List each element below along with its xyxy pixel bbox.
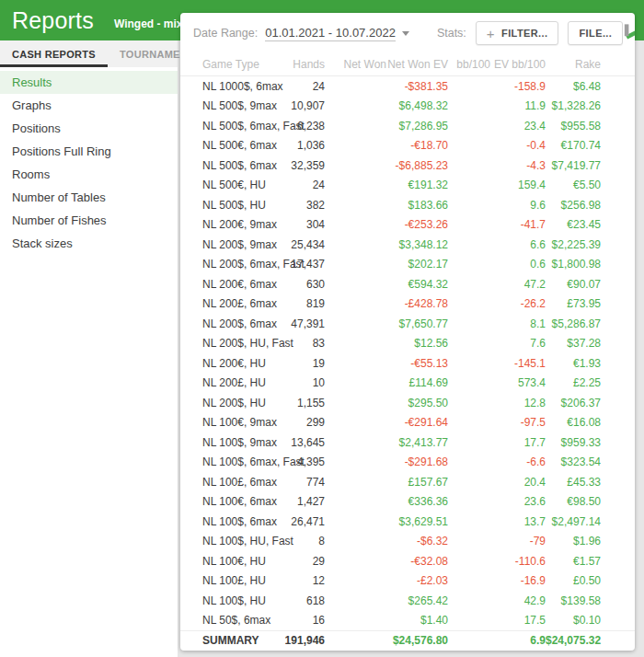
cell-hands: 6,238	[280, 120, 325, 133]
table-row[interactable]: NL 100$, HU 618 $265.42 42.9 $139.58	[180, 591, 635, 611]
cell-rake: £45.33	[546, 476, 601, 489]
cell-game-type: NL 500$, 6max	[180, 159, 280, 172]
table-row[interactable]: NL 100€, 9max 299 -€291.64 -97.5 €16.08	[180, 413, 635, 433]
column-header-hands[interactable]: Hands	[280, 58, 325, 71]
table-row[interactable]: NL 500$, 9max 10,907 $6,498.32 11.9 $1,3…	[180, 97, 635, 117]
tab-cash-reports[interactable]: CASH REPORTS	[0, 40, 108, 67]
sidebar-item[interactable]: Results	[0, 71, 178, 94]
cell-rake: $7,419.77	[546, 159, 601, 172]
table-row[interactable]: NL 100€, 6max 1,427 €336.36 23.6 €98.50	[180, 492, 635, 513]
column-header-net-won[interactable]: Net Won	[325, 58, 386, 71]
sidebar-item[interactable]: Graphs	[0, 94, 178, 117]
table-row[interactable]: NL 100£, 6max 774 £157.67 20.4 £45.33	[180, 472, 635, 492]
sidebar-item[interactable]: Positions Full Ring	[0, 140, 178, 163]
cell-hands: 12	[280, 574, 325, 587]
table-row[interactable]: NL 200$, 6max, Fast 17,437 $202.17 0.6 $…	[180, 255, 635, 275]
cell-net-won-ev: $7,650.77	[386, 317, 448, 330]
cell-ev-bb100: 12.8	[490, 397, 546, 409]
sidebar-item[interactable]: Positions	[0, 117, 178, 140]
column-header-game-type[interactable]: Game Type	[180, 58, 280, 71]
column-header-ev-bb100[interactable]: EV bb/100	[490, 58, 546, 71]
table-row[interactable]: NL 100£, HU 12 -£2.03 -16.9 £0.50	[180, 571, 635, 592]
cell-net-won-ev: $183.66	[386, 199, 448, 212]
table-header: Game Type Hands Net Won Net Won EV bb/10…	[180, 53, 635, 76]
cell-rake: €23.45	[546, 218, 601, 231]
table-row[interactable]: NL 200$, HU, Fast 83 $12.56 7.6 $37.28	[180, 334, 635, 354]
cell-game-type: NL 100$, 9max	[180, 436, 280, 449]
column-header-bb100[interactable]: bb/100	[448, 58, 490, 71]
cell-hands: 1,155	[280, 397, 325, 409]
table-row[interactable]: NL 200£, HU 10 £114.69 573.4 £2.25	[180, 374, 635, 394]
cell-rake: €5.50	[546, 179, 601, 191]
cell-game-type: NL 200€, 6max	[180, 278, 280, 291]
table-row[interactable]: NL 100$, 9max 13,645 $2,413.77 17.7 $959…	[180, 432, 635, 453]
summary-net-won-ev: $24,576.80	[386, 634, 448, 647]
table-row[interactable]: NL 500$, 6max, Fast 6,238 $7,286.95 23.4…	[180, 116, 635, 136]
cell-net-won-ev: -€291.64	[386, 416, 448, 429]
cell-rake: $5,286.87	[546, 317, 601, 330]
cell-game-type: NL 200$, HU, Fast	[180, 337, 280, 350]
table-row[interactable]: NL 1000$, 6max 24 -$381.35 -158.9 $6.48	[180, 76, 635, 97]
column-header-rake[interactable]: Rake	[546, 58, 601, 71]
cell-ev-bb100: -145.1	[490, 357, 546, 370]
cell-rake: $6.48	[546, 80, 601, 93]
cell-net-won-ev: -$6,885.23	[386, 159, 448, 172]
cell-ev-bb100: 20.4	[490, 476, 546, 489]
table-row[interactable]: NL 100$, HU, Fast 8 -$6.32 -79 $1.96	[180, 532, 635, 552]
cell-hands: 304	[280, 218, 325, 231]
table-row[interactable]: NL 200€, 6max 630 €594.32 47.2 €90.07	[180, 274, 635, 294]
cell-hands: 32,359	[280, 159, 325, 172]
cell-hands: 4,395	[280, 455, 325, 468]
stats-label: Stats:	[437, 27, 466, 40]
sidebar-item[interactable]: Stack sizes	[0, 232, 178, 255]
cell-game-type: NL 100$, HU	[180, 594, 280, 607]
table-row[interactable]: NL 200$, HU 1,155 $295.50 12.8 $206.37	[180, 393, 635, 413]
sidebar-item[interactable]: Number of Fishes	[0, 209, 178, 232]
table-row[interactable]: NL 500€, 6max 1,036 -€18.70 -0.4 €170.74	[180, 136, 635, 156]
sidebar-item[interactable]: Rooms	[0, 163, 178, 186]
cell-hands: 10,907	[280, 99, 325, 112]
cell-hands: 10	[280, 376, 325, 389]
cell-ev-bb100: 6.6	[490, 238, 546, 251]
cell-ev-bb100: 9.6	[490, 199, 546, 212]
cell-game-type: NL 100$, HU, Fast	[180, 535, 280, 548]
sidebar-item[interactable]: Number of Tables	[0, 186, 178, 209]
cell-ev-bb100: 13.7	[490, 515, 546, 528]
cell-ev-bb100: 17.5	[490, 614, 546, 627]
cell-hands: 83	[280, 337, 325, 350]
cell-rake: $1,800.98	[546, 258, 601, 271]
table-row[interactable]: NL 50$, 6max 16 $1.40 17.5 $0.10	[180, 611, 635, 631]
cell-net-won-ev: £114.69	[386, 376, 448, 389]
filter-button[interactable]: + FILTER...	[476, 21, 559, 45]
table-row[interactable]: NL 200€, 9max 304 -€253.26 -41.7 €23.45	[180, 215, 635, 236]
column-header-net-won-ev[interactable]: Net Won EV	[386, 58, 448, 71]
cell-net-won-ev: $1.40	[386, 614, 448, 627]
cell-net-won-ev: £157.67	[386, 476, 448, 489]
cell-ev-bb100: 7.6	[490, 337, 546, 350]
table-row[interactable]: NL 500$, 6max 32,359 -$6,885.23 -4.3 $7,…	[180, 156, 635, 176]
table-row[interactable]: NL 100$, 6max, Fast 4,395 -$291.68 -6.6 …	[180, 453, 635, 473]
filter-button-label: FILTER...	[501, 28, 547, 39]
table-row[interactable]: NL 200$, 6max 47,391 $7,650.77 8.1 $5,28…	[180, 314, 635, 334]
table-row[interactable]: NL 200$, 9max 25,434 $3,348.12 6.6 $2,22…	[180, 235, 635, 255]
chevron-down-icon	[402, 31, 409, 36]
date-range-value[interactable]: 01.01.2021 - 10.07.2022	[265, 26, 396, 41]
file-button[interactable]: FILE...	[568, 21, 623, 45]
sidebar-item-label: Positions	[12, 121, 61, 135]
cell-ev-bb100: 11.9	[490, 99, 546, 112]
cell-ev-bb100: -4.3	[490, 159, 546, 172]
cell-hands: 17,437	[280, 258, 325, 271]
table-row[interactable]: NL 200€, HU 19 -€55.13 -145.1 €1.93	[180, 353, 635, 374]
cell-rake: $323.54	[546, 455, 601, 468]
cell-net-won-ev: -$291.68	[386, 455, 448, 468]
cell-game-type: NL 1000$, 6max	[180, 80, 280, 93]
cell-rake: $37.28	[546, 337, 601, 350]
hand2note-logo[interactable]: HAND2NOTE.COM	[623, 23, 635, 43]
table-row[interactable]: NL 500$, HU 382 $183.66 9.6 $256.98	[180, 195, 635, 215]
table-row[interactable]: NL 100$, 6max 26,471 $3,629.51 13.7 $2,4…	[180, 512, 635, 532]
cell-hands: 819	[280, 297, 325, 310]
table-row[interactable]: NL 100€, HU 29 -€32.08 -110.6 €1.57	[180, 551, 635, 571]
table-row[interactable]: NL 200£, 6max 819 -£428.78 -26.2 £73.95	[180, 294, 635, 315]
cell-rake: £2.25	[546, 376, 601, 389]
table-row[interactable]: NL 500€, HU 24 €191.32 159.4 €5.50	[180, 176, 635, 196]
